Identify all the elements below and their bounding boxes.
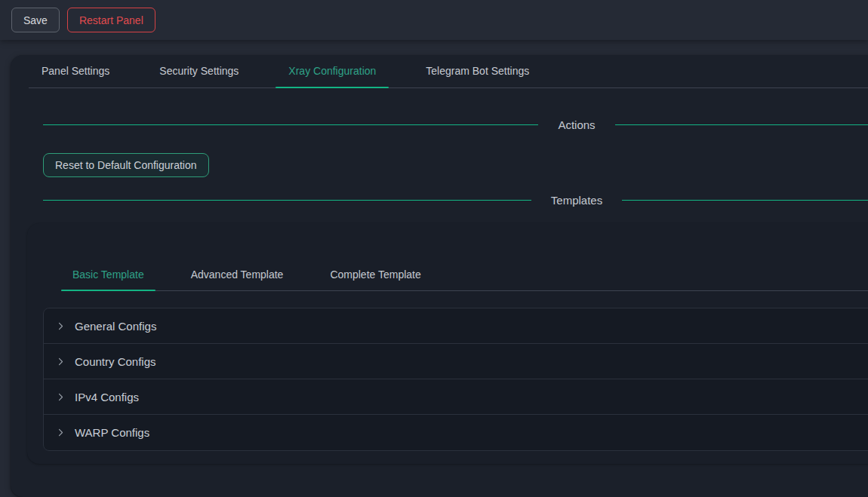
- tab-xray-configuration[interactable]: Xray Configuration: [275, 55, 389, 87]
- top-toolbar: Save Restart Panel: [0, 0, 868, 40]
- actions-divider-title: Actions: [538, 118, 614, 131]
- collapse-row-general-configs[interactable]: General Configs: [44, 308, 868, 344]
- settings-card: Panel Settings Security Settings Xray Co…: [11, 55, 868, 497]
- templates-card: Basic Template Advanced Template Complet…: [27, 223, 868, 464]
- templates-divider: Templates: [43, 191, 868, 209]
- templates-tab-bar: Basic Template Advanced Template Complet…: [61, 259, 868, 291]
- collapse-row-label: Country Configs: [75, 355, 156, 368]
- settings-tab-bar: Panel Settings Security Settings Xray Co…: [29, 55, 868, 88]
- actions-divider: Actions: [43, 115, 868, 133]
- reset-default-configuration-button[interactable]: Reset to Default Configuration: [43, 153, 209, 177]
- chevron-right-icon: [56, 357, 66, 367]
- tab-complete-template[interactable]: Complete Template: [319, 259, 432, 290]
- tab-security-settings[interactable]: Security Settings: [146, 55, 251, 87]
- restart-panel-button[interactable]: Restart Panel: [67, 8, 155, 32]
- collapse-row-ipv4-configs[interactable]: IPv4 Configs: [44, 379, 868, 415]
- chevron-right-icon: [56, 392, 66, 402]
- collapse-row-label: General Configs: [75, 320, 156, 333]
- collapse-row-label: WARP Configs: [75, 426, 149, 439]
- template-config-collapse-list: General Configs Country Configs IPv4 Con…: [43, 308, 868, 451]
- chevron-right-icon: [56, 428, 66, 437]
- tab-telegram-bot-settings[interactable]: Telegram Bot Settings: [413, 55, 542, 87]
- collapse-row-label: IPv4 Configs: [75, 391, 139, 403]
- templates-divider-title: Templates: [531, 194, 622, 207]
- collapse-row-country-configs[interactable]: Country Configs: [44, 344, 868, 379]
- save-button[interactable]: Save: [11, 8, 60, 32]
- chevron-right-icon: [56, 321, 66, 331]
- tab-basic-template[interactable]: Basic Template: [61, 259, 155, 290]
- collapse-row-warp-configs[interactable]: WARP Configs: [44, 415, 868, 450]
- tab-advanced-template[interactable]: Advanced Template: [180, 259, 295, 290]
- tab-panel-settings[interactable]: Panel Settings: [29, 55, 122, 87]
